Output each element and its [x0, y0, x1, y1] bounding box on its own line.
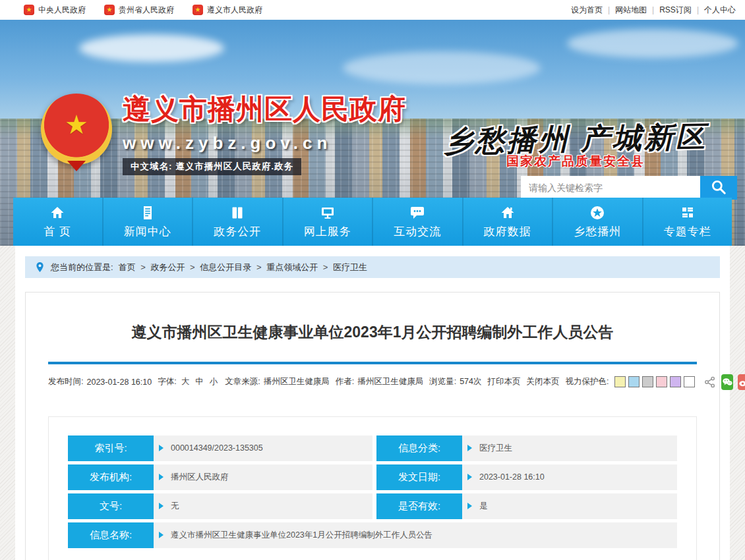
national-emblem-icon: ★ — [24, 5, 34, 15]
publish-time: 2023-01-28 16:10 — [86, 378, 152, 387]
font-size-small[interactable]: 小 — [210, 376, 218, 387]
search-icon — [710, 179, 727, 198]
emblem-star-icon: ★ — [65, 109, 88, 140]
protect-color-yellow[interactable] — [614, 376, 626, 387]
author-value: 播州区卫生健康局 — [357, 376, 423, 387]
breadcrumb-separator: > — [190, 262, 195, 272]
nav-item-news[interactable]: 新闻中心 — [104, 198, 194, 246]
gov-link-label: 遵义市人民政府 — [207, 5, 262, 16]
font-size-large[interactable]: 大 — [181, 376, 190, 387]
link-personal-center[interactable]: 个人中心 — [704, 5, 736, 16]
nav-item-interaction[interactable]: 互动交流 — [373, 198, 463, 246]
protect-color-gray[interactable] — [642, 376, 653, 387]
nav-item-gov-affairs[interactable]: 政务公开 — [193, 198, 283, 246]
divider: | — [652, 5, 654, 14]
table-row: 索引号: 000014349/2023-135305 信息分类: 医疗卫生 — [68, 435, 677, 461]
banner-badge: 国家农产品质量安全县 — [427, 153, 724, 170]
grid-list-icon — [680, 205, 696, 221]
info-category-value: 医疗卫生 — [462, 435, 677, 461]
site-title: 遵义市播州区人民政府 — [123, 91, 373, 128]
link-central-gov[interactable]: ★ 中央人民政府 — [24, 5, 86, 16]
breadcrumb-prefix: 您当前的位置是: — [51, 262, 113, 273]
house-data-icon — [500, 205, 516, 221]
close-page-button[interactable]: 关闭本页 — [526, 376, 559, 387]
search-button[interactable] — [700, 176, 737, 200]
nav-label: 首 页 — [44, 224, 71, 239]
table-row: 信息名称: 遵义市播州区卫生健康事业单位2023年1月公开招聘编制外工作人员公告 — [68, 522, 677, 548]
link-zunyi-gov[interactable]: ★ 遵义市人民政府 — [193, 5, 262, 16]
gov-link-label: 贵州省人民政府 — [119, 5, 174, 16]
top-bar: ★ 中央人民政府 ★ 贵州省人民政府 ★ 遵义市人民政府 设为首页 | 网站地图… — [0, 0, 745, 20]
protect-color-white[interactable] — [684, 376, 695, 387]
search-box — [521, 176, 737, 200]
protect-color-swatches — [614, 376, 695, 387]
breadcrumb-separator: > — [256, 262, 262, 272]
nav-item-online-services[interactable]: 网上服务 — [283, 198, 374, 246]
divider: | — [608, 5, 610, 14]
breadcrumb-gov-affairs[interactable]: 政务公开 — [150, 262, 185, 272]
breadcrumb-key-areas[interactable]: 重点领域公开 — [266, 262, 318, 272]
info-name-label: 信息名称: — [68, 522, 154, 548]
nav-item-hometown[interactable]: 乡愁播州 — [553, 198, 643, 246]
author-label: 作者: — [336, 376, 354, 387]
nav-item-gov-data[interactable]: 政府数据 — [463, 198, 554, 246]
views-label: 浏览量: — [429, 376, 456, 387]
gov-links: ★ 中央人民政府 ★ 贵州省人民政府 ★ 遵义市人民政府 — [24, 5, 262, 16]
doc-number-value: 无 — [154, 493, 372, 519]
font-size-medium[interactable]: 中 — [195, 376, 204, 387]
star-circle-icon — [589, 205, 605, 221]
protect-color-blue[interactable] — [628, 376, 640, 387]
index-number-label: 索引号: — [68, 435, 154, 461]
views-value: 574次 — [460, 376, 481, 387]
nav-label: 网上服务 — [304, 224, 351, 239]
link-rss[interactable]: RSS订阅 — [659, 5, 692, 16]
breadcrumb-medical-health[interactable]: 医疗卫生 — [333, 262, 367, 272]
table-row: 文号: 无 是否有效: 是 — [68, 493, 677, 519]
protect-color-label: 视力保护色: — [565, 376, 609, 387]
site-titles: 遵义市播州区人民政府 www.zybz.gov.cn 中文域名: 遵义市播州区人… — [123, 91, 373, 175]
news-icon — [140, 205, 156, 221]
publish-time-label: 发布时间: — [48, 376, 83, 387]
weibo-icon[interactable] — [738, 374, 745, 390]
protect-color-pink[interactable] — [656, 376, 667, 387]
link-guizhou-gov[interactable]: ★ 贵州省人民政府 — [104, 5, 174, 16]
publisher-value: 播州区人民政府 — [154, 464, 372, 490]
national-emblem-icon: ★ — [193, 5, 203, 15]
location-pin-icon — [34, 262, 45, 273]
share-nodes-icon[interactable] — [703, 376, 717, 389]
site-logo-emblem: ★ — [41, 94, 112, 165]
issue-date-value: 2023-01-28 16:10 — [462, 464, 677, 490]
nav-label: 新闻中心 — [124, 224, 171, 239]
source-label: 文章来源: — [225, 376, 260, 387]
table-row: 发布机构: 播州区人民政府 发文日期: 2023-01-28 16:10 — [68, 464, 677, 490]
nav-item-special-columns[interactable]: 专题专栏 — [643, 198, 732, 246]
nav-label: 政务公开 — [214, 224, 261, 239]
gov-link-label: 中央人民政府 — [38, 5, 86, 16]
validity-value: 是 — [462, 493, 677, 519]
home-icon — [49, 205, 65, 221]
breadcrumb-info-catalog[interactable]: 信息公开目录 — [200, 262, 251, 272]
article-title: 遵义市播州区卫生健康事业单位2023年1月公开招聘编制外工作人员公告 — [48, 323, 697, 343]
link-sitemap[interactable]: 网站地图 — [615, 5, 647, 16]
nav-item-home[interactable]: 首 页 — [13, 198, 104, 246]
validity-label: 是否有效: — [376, 493, 462, 519]
breadcrumb-home[interactable]: 首页 — [119, 262, 136, 272]
site-domain-note: 中文域名: 遵义市播州区人民政府.政务 — [123, 158, 301, 175]
print-page-button[interactable]: 打印本页 — [487, 376, 520, 387]
article-meta: 发布时间: 2023-01-28 16:10 字体: 大 中 小 文章来源: 播… — [48, 374, 697, 390]
link-set-homepage[interactable]: 设为首页 — [571, 5, 603, 16]
quick-links: 设为首页 | 网站地图 | RSS订阅 | 个人中心 — [571, 5, 736, 16]
nav-label: 专题专栏 — [664, 224, 711, 239]
national-emblem-icon: ★ — [104, 5, 115, 15]
wechat-icon[interactable] — [721, 374, 733, 390]
font-size-label: 字体: — [158, 376, 176, 387]
protect-color-purple[interactable] — [670, 376, 681, 387]
content-area: 您当前的位置是: 首页 > 政务公开 > 信息公开目录 > 重点领域公开 > 医… — [15, 246, 730, 560]
search-input[interactable] — [521, 176, 700, 200]
nav-label: 乡愁播州 — [574, 224, 621, 239]
open-book-icon — [229, 205, 245, 221]
publisher-label: 发布机构: — [68, 464, 154, 490]
breadcrumb: 您当前的位置是: 首页 > 政务公开 > 信息公开目录 > 重点领域公开 > 医… — [25, 256, 720, 278]
nav-label: 互动交流 — [394, 224, 441, 239]
site-banner: ★ 遵义市播州区人民政府 www.zybz.gov.cn 中文域名: 遵义市播州… — [0, 20, 745, 246]
